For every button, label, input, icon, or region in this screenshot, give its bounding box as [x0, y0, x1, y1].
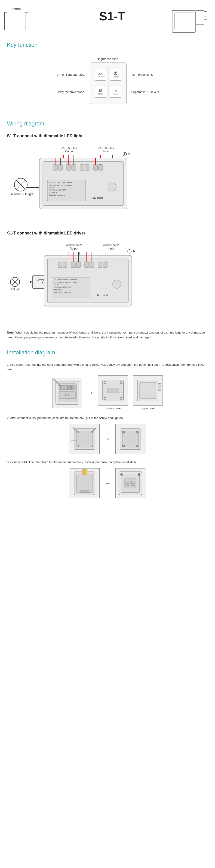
step2-number: 2.: [7, 416, 9, 420]
brightness-slide-label: Brightness slide: [11, 57, 204, 61]
svg-text:AC100-240V: AC100-240V: [62, 146, 77, 150]
install-svg-3b: [116, 469, 144, 497]
product-title-area: S1-T: [35, 7, 171, 23]
installation-section: Installation diagram 1. Flip panel, inse…: [7, 349, 208, 498]
install-svg-2a: [71, 425, 99, 453]
wiring-section: Wiring diagram S1-T connect with dimmabl…: [7, 120, 208, 321]
power-icon: ⏻: [114, 71, 117, 76]
svg-text:IN:100-240VAC Out:100-240VAC: IN:100-240VAC Out:100-240VAC: [53, 282, 77, 283]
install-arrow-2: →: [104, 435, 111, 443]
key-function-title: Key function: [7, 42, 208, 50]
install-svg-upper: [134, 377, 162, 404]
install-diagrams-2: →: [7, 424, 208, 454]
note-text: When calculating the maximum number of l…: [7, 331, 205, 339]
svg-text:IN:100-240VAC Out:100-240VAC: IN:100-240VAC Out:100-240VAC: [49, 184, 73, 186]
install-svg-2b: [116, 425, 144, 453]
svg-text:Input: Input: [108, 247, 114, 250]
product-header: 86mm S1-T: [7, 5, 208, 35]
wiring-subheader1: S1-T connect with dimmable LED light: [7, 133, 208, 138]
bright-btn: ✳ Bright: [110, 86, 121, 98]
svg-rect-4: [204, 16, 207, 20]
svg-text:CAUTION: CAUTION: [53, 289, 62, 291]
mode-sublabel: Mode: [98, 93, 103, 95]
svg-rect-83: [63, 262, 67, 268]
svg-text:L: L: [129, 250, 130, 253]
bottom-case-label: bottom case: [105, 407, 120, 410]
svg-rect-1: [175, 13, 193, 29]
dimension-label: 86mm: [12, 7, 21, 11]
svg-rect-30: [67, 164, 71, 170]
svg-rect-88: [98, 262, 102, 268]
svg-rect-31: [72, 164, 76, 170]
install-box-upper: [133, 375, 163, 406]
wiring-title: Wiring diagram: [7, 120, 208, 129]
install-diagram-1b: bottom case: [98, 375, 128, 410]
svg-text:Watt Range: 120~385W: Watt Range: 120~385W: [49, 189, 66, 191]
product-sketch-left: [7, 12, 26, 30]
svg-text:L: L: [124, 153, 126, 156]
install-box-2b: [115, 424, 145, 454]
func-label-dynamic: Play dynamic mode.: [58, 90, 85, 94]
wiring-subheader2: S1-T connect with dimmable LED driver: [7, 231, 208, 236]
func-right-labels: Turn on/off light. Brightness, 10 levels…: [131, 73, 160, 94]
install-box-1a: S1-T: [52, 378, 82, 408]
delay-text: 20s: [98, 72, 103, 75]
note-label: Note:: [7, 331, 14, 334]
svg-rect-3: [204, 11, 207, 15]
bright-icon: ✳: [114, 89, 117, 93]
install-step-2: 2. After connect wires, put bottom case …: [7, 416, 208, 421]
svg-rect-2: [196, 10, 204, 24]
install-diagram-3b: [115, 468, 145, 498]
wiring-diagram-2: AC100-240V Output AC100-240V Input N L L…: [7, 241, 208, 315]
svg-rect-87: [90, 262, 94, 268]
install-box-2a: [70, 424, 100, 454]
svg-point-45: [108, 183, 116, 191]
install-diagram-2b: [115, 424, 145, 454]
install-box-3b: [115, 468, 145, 498]
svg-text:Input: Input: [103, 150, 110, 153]
function-diagram: Turn off light after 20s. Play dynamic m…: [11, 62, 204, 104]
step2-text: After connect wires, put bottom case int…: [10, 416, 124, 420]
svg-text:Switch before power on: Switch before power on: [53, 291, 71, 293]
svg-rect-85: [76, 262, 80, 268]
install-arrow-1: →: [87, 389, 94, 397]
install-diagrams-1: S1-T →: [7, 375, 208, 410]
svg-text:In:1.3A: In:1.3A: [53, 284, 59, 286]
svg-rect-141: [122, 431, 139, 447]
svg-rect-166: [126, 483, 129, 486]
svg-rect-131: [76, 431, 93, 447]
svg-rect-28: [53, 164, 57, 170]
svg-rect-0: [172, 10, 195, 32]
svg-rect-33: [85, 164, 89, 170]
svg-text:CAUTION: CAUTION: [49, 192, 57, 194]
install-svg-3a: [71, 469, 99, 497]
svg-text:RoHS: RoHS: [97, 196, 103, 199]
svg-text:LED light: LED light: [10, 288, 20, 290]
svg-rect-125: [107, 388, 119, 393]
mode-text: M: [99, 89, 102, 93]
svg-rect-114: [69, 386, 71, 390]
svg-rect-151: [76, 474, 93, 493]
install-svg-bottom: [99, 377, 127, 404]
func-label-brightness: Brightness, 10 levels.: [131, 90, 160, 94]
mode-btn: M Mode: [95, 86, 106, 98]
svg-rect-29: [58, 164, 63, 170]
func-label-turn-on: Turn on/off light.: [131, 73, 153, 76]
dimension-box: 86mm: [7, 7, 26, 30]
svg-text:Switch before power on: Switch before power on: [49, 194, 66, 196]
svg-rect-167: [132, 483, 135, 486]
svg-rect-156: [80, 490, 89, 493]
svg-text:N: N: [128, 152, 131, 155]
svg-text:S1-T: S1-T: [65, 394, 69, 396]
product-sketch-right: [171, 9, 208, 35]
svg-rect-129: [158, 383, 161, 391]
step3-number: 3.: [7, 460, 9, 464]
install-box-3a: [70, 468, 100, 498]
center-divider: [108, 67, 109, 100]
product-model: S1-T: [99, 9, 125, 23]
svg-text:Output: Output: [65, 150, 74, 153]
svg-text:Dimmable LED light: Dimmable LED light: [8, 193, 33, 196]
step1-text: Flip panel, inserted into the card edge …: [7, 363, 204, 371]
svg-text:AC100-240V: AC100-240V: [103, 244, 119, 247]
step3-text: Connect FPC line. then from top to botto…: [10, 460, 137, 464]
